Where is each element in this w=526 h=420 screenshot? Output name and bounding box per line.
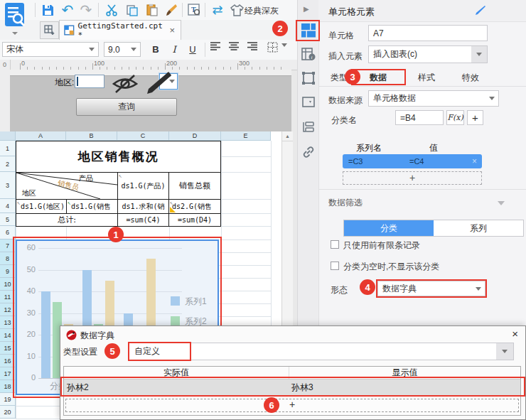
row-header-17[interactable]: 17 <box>0 367 16 380</box>
align-center-button[interactable] <box>229 42 245 58</box>
data-source-select[interactable]: 单元格数据 <box>368 90 499 107</box>
series-value-value[interactable]: =C4 <box>409 157 424 166</box>
actual-value-cell[interactable]: 孙林2 <box>64 382 289 394</box>
align-left-button[interactable] <box>210 42 226 58</box>
cut-button[interactable] <box>104 2 119 18</box>
row-header-20[interactable]: 20 <box>0 406 16 419</box>
font-size-select[interactable]: 9.0 <box>104 42 141 57</box>
strip-cell-element-button[interactable] <box>301 23 316 38</box>
collapse-section-icon[interactable] <box>498 201 505 205</box>
panel-edit-icon[interactable] <box>475 4 486 16</box>
toggle-series[interactable]: 系列 <box>434 220 523 236</box>
italic-button[interactable]: I <box>166 42 182 58</box>
shape-select[interactable]: 数据字典 <box>377 281 485 296</box>
cell-a5[interactable]: 总计: <box>16 213 118 227</box>
redo-button[interactable]: ↷ <box>78 2 94 18</box>
select-all-corner[interactable] <box>0 131 16 141</box>
row-header-10[interactable]: 10 <box>0 278 16 291</box>
strip-hyperlink-button[interactable] <box>302 146 315 158</box>
row-header-7[interactable]: 7 <box>0 239 16 252</box>
row-header-18[interactable]: 18 <box>0 380 16 393</box>
scroll-up-icon[interactable]: ▲ <box>282 131 293 141</box>
save-button[interactable] <box>40 2 55 18</box>
limit-records-checkbox[interactable] <box>331 240 339 249</box>
row-header-4[interactable]: 4 <box>0 199 16 213</box>
row-header-14[interactable]: 14 <box>0 329 16 342</box>
toggle-category[interactable]: 分类 <box>344 220 434 236</box>
tab-effect[interactable]: 特效 <box>449 72 492 84</box>
theme-button[interactable] <box>229 2 245 18</box>
add-series-button[interactable]: + <box>343 171 482 185</box>
row-header-15[interactable]: 15 <box>0 342 16 355</box>
row-header-1[interactable]: 1 <box>0 141 16 156</box>
cell-d3[interactable]: 销售总额 <box>168 172 221 200</box>
tab-close-icon[interactable]: × <box>169 25 175 36</box>
hide-widget-icon[interactable] <box>111 73 139 95</box>
template-preview-button[interactable] <box>3 2 30 38</box>
cell-diagonal-header[interactable]: 产品 销售员 地区 <box>16 172 118 200</box>
edit-widget-icon[interactable] <box>141 70 172 97</box>
text-search-button[interactable]: T <box>186 2 202 18</box>
strip-cell-attribute-button[interactable]: i <box>301 47 316 61</box>
query-button[interactable]: 查询 <box>76 98 177 116</box>
cell-a4[interactable]: ↖ds1.G(地区) <box>16 199 67 214</box>
row-header-8[interactable]: 8 <box>0 252 16 265</box>
data-filter-title[interactable]: 数据筛选 <box>328 197 363 209</box>
tab-data[interactable]: 数据 <box>357 72 399 84</box>
strip-widget-button[interactable] <box>302 97 315 108</box>
remove-series-icon[interactable]: × <box>472 156 477 166</box>
strip-float-element-button[interactable] <box>302 72 315 85</box>
border-button[interactable] <box>267 42 283 58</box>
cell-ref-input[interactable]: A7 <box>368 25 488 41</box>
cell-d4[interactable]: ↖ds2.G(销售 <box>168 199 221 214</box>
copy-button[interactable] <box>124 2 139 18</box>
formula-button[interactable]: F(x) <box>446 110 464 125</box>
column-header-E[interactable]: E <box>221 131 271 141</box>
tab-style[interactable]: 样式 <box>405 72 448 84</box>
row-header-9[interactable]: 9 <box>0 265 16 278</box>
cell-c3[interactable]: ↖ds1.G(产品) <box>117 172 169 200</box>
cell-c4[interactable]: ds1.求和(销 <box>117 199 169 214</box>
row-header-12[interactable]: 12 <box>0 303 16 316</box>
row-header-19[interactable]: 19 <box>0 393 16 406</box>
switch-version-button[interactable]: ⇄ <box>210 2 225 18</box>
empty-category-checkbox[interactable] <box>331 262 339 270</box>
tab-gettingstarted[interactable]: GettingStarted.cpt * × <box>59 20 181 40</box>
row-header-11[interactable]: 11 <box>0 291 16 303</box>
add-category-button[interactable]: + <box>467 110 483 125</box>
dialog-close-icon[interactable]: × <box>512 328 518 340</box>
series-row[interactable]: =C3 =C4 × <box>343 154 482 168</box>
column-header-B[interactable]: B <box>66 131 117 141</box>
dictionary-row[interactable]: 孙林2孙林3 <box>64 379 520 397</box>
cell-b4[interactable]: ↖ds1.G(销售 <box>66 199 118 214</box>
row-header-13[interactable]: 13 <box>0 316 16 329</box>
collapse-panel-icon[interactable]: ▶ <box>304 5 309 13</box>
paste-button[interactable] <box>144 2 159 18</box>
row-header-2[interactable]: 2 <box>0 156 16 172</box>
bold-button[interactable]: B <box>148 42 163 58</box>
cell-c5[interactable]: =sum(C4) <box>117 213 169 227</box>
row-header-6[interactable]: 6 <box>0 226 16 239</box>
cell-title[interactable]: 地区销售概况 <box>16 141 221 173</box>
underline-button[interactable]: U <box>185 42 200 58</box>
series-name-value[interactable]: =C3 <box>348 157 409 166</box>
font-family-select[interactable]: 宋体 <box>2 42 99 57</box>
type-setting-select[interactable]: 自定义 <box>128 343 514 360</box>
row-header-3[interactable]: 3 <box>0 172 16 199</box>
column-header-C[interactable]: C <box>117 131 169 141</box>
display-value-cell[interactable]: 孙林3 <box>289 382 520 394</box>
region-param-input[interactable] <box>75 75 104 88</box>
column-header-A[interactable]: A <box>16 131 66 141</box>
insert-element-select[interactable]: 插入图表(c) <box>368 45 488 63</box>
align-right-button[interactable] <box>247 42 263 58</box>
undo-button[interactable]: ↶ <box>60 2 75 18</box>
row-header-16[interactable]: 16 <box>0 355 16 367</box>
new-template-button[interactable] <box>40 21 59 39</box>
strip-condition-button[interactable] <box>302 121 315 134</box>
category-name-input[interactable]: =B4 <box>395 110 444 125</box>
format-painter-button[interactable] <box>163 2 179 18</box>
cell-d5[interactable]: =sum(D4) <box>168 213 221 227</box>
chevron-down-icon[interactable] <box>281 47 287 57</box>
row-header-5[interactable]: 5 <box>0 213 16 226</box>
add-dictionary-row-button[interactable]: + <box>65 399 519 412</box>
